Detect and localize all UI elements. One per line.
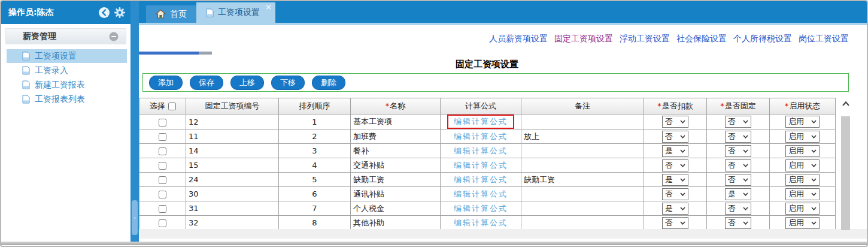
fixed-select[interactable]: 是 [725,188,751,200]
table-row: 112加班费编辑计算公式放上否否启用 [139,129,836,144]
deduct-select[interactable]: 是 [662,203,688,215]
move-down-button[interactable]: 下移 [271,76,305,90]
sidebar-item[interactable]: 工资录入 [7,64,127,77]
row-name: 个人税金 [351,201,441,216]
fixed-select[interactable]: 否 [725,159,751,171]
edit-formula-link[interactable]: 编辑计算公式 [454,218,508,227]
row-remark [521,115,644,129]
status-select[interactable]: 启用 [785,217,820,229]
row-item-id: 32 [186,216,279,230]
collapse-minus-icon[interactable] [109,32,119,41]
add-button[interactable]: 添加 [149,76,183,90]
home-icon [156,10,166,19]
select-all-checkbox[interactable] [168,103,176,110]
tab-home[interactable]: 首页 [146,5,196,23]
status-select[interactable]: 启用 [785,159,820,171]
scroll-up-icon[interactable] [840,101,851,107]
scrollbar-thumb[interactable] [841,116,850,230]
deduct-select[interactable]: 是 [662,145,688,157]
fixed-select[interactable]: 否 [725,145,751,157]
edit-formula-link[interactable]: 编辑计算公式 [454,189,508,198]
table-footer-area [139,229,867,239]
row-checkbox[interactable] [159,219,166,227]
status-select[interactable]: 启用 [785,188,820,200]
document-icon [22,95,30,104]
status-select[interactable]: 启用 [785,203,820,215]
column-header-label: 排列顺序 [299,101,330,110]
chevron-down-icon [680,178,685,182]
fixed-select[interactable]: 否 [725,203,751,215]
collapse-back-icon[interactable] [98,7,110,19]
tab-active[interactable]: 工资项设置× [196,2,275,23]
required-asterisk: * [785,101,789,110]
loading-bar-track [199,52,212,55]
status-select[interactable]: 启用 [785,116,820,128]
vertical-scrollbar[interactable] [840,101,851,230]
sidebar-item[interactable]: 工资项设置 [7,49,127,63]
status-select[interactable]: 启用 [785,145,820,157]
table-row: 245缺勤工资编辑计算公式缺勤工资是否启用 [139,173,836,187]
column-header: *启用状态 [770,98,836,115]
fixed-select[interactable]: 否 [725,174,751,186]
edit-formula-link[interactable]: 编辑计算公式 [454,204,508,213]
deduct-select[interactable]: 否 [662,188,688,200]
deduct-select[interactable]: 否 [662,217,688,229]
panel-splitter[interactable]: ‹ [130,1,139,243]
edit-formula-link[interactable]: 编辑计算公式 [454,175,508,184]
edit-formula-link[interactable]: 编辑计算公式 [454,117,508,126]
sidebar-item-label: 新建工资报表 [35,80,85,91]
deduct-select[interactable]: 是 [662,174,688,186]
nav-link[interactable]: 固定工资项设置 [554,34,613,44]
nav-link[interactable]: 个人所得税设置 [733,34,792,44]
status-select[interactable]: 启用 [785,131,820,143]
close-icon[interactable]: × [265,3,272,11]
nav-link[interactable]: 浮动工资设置 [620,34,670,44]
nav-link[interactable]: 岗位工资设置 [799,34,849,44]
fixed-select[interactable]: 否 [725,131,751,143]
collapse-handle[interactable]: ‹ [132,200,138,235]
sidebar-group-header[interactable]: 薪资管理 [5,28,126,44]
fixed-select[interactable]: 否 [725,217,751,229]
row-checkbox[interactable] [159,147,166,155]
column-header-label: 是否固定 [725,101,756,110]
app-header: 操作员:陈杰 [1,1,130,24]
row-checkbox[interactable] [159,162,166,170]
deduct-select[interactable]: 否 [662,116,688,128]
chevron-down-icon [680,120,685,123]
required-asterisk: * [720,101,724,110]
deduct-select[interactable]: 否 [662,159,688,171]
column-header-label: 启用状态 [789,101,820,110]
row-checkbox[interactable] [159,119,166,126]
edit-formula-link[interactable]: 编辑计算公式 [454,132,508,141]
status-select[interactable]: 启用 [785,174,820,186]
sidebar-item[interactable]: 工资报表列表 [7,92,127,106]
row-order: 5 [279,173,351,187]
row-checkbox[interactable] [159,133,166,141]
sidebar-item[interactable]: 新建工资报表 [7,78,127,92]
save-button[interactable]: 保存 [190,76,223,90]
chevron-down-icon [743,178,748,182]
row-remark [521,216,644,230]
required-asterisk: * [386,101,390,110]
row-checkbox[interactable] [159,205,166,213]
deduct-select[interactable]: 否 [662,131,688,143]
row-name: 加班费 [351,129,441,144]
edit-formula-link[interactable]: 编辑计算公式 [454,161,508,170]
row-checkbox[interactable] [159,176,166,184]
row-checkbox[interactable] [159,191,166,198]
chevron-down-icon [811,207,817,210]
nav-link[interactable]: 人员薪资项设置 [489,34,548,44]
chevron-down-icon [811,120,817,123]
table-header-row: 选择固定工资项编号排列顺序*名称计算公式备注*是否扣款*是否固定*启用状态 [139,98,836,115]
fixed-select[interactable]: 否 [725,116,751,128]
row-order: 8 [279,216,351,230]
nav-link[interactable]: 社会保险设置 [676,34,727,44]
loading-bar-fill [139,52,199,55]
row-item-id: 14 [186,144,279,158]
settings-gear-icon[interactable] [114,7,126,19]
delete-button[interactable]: 删除 [312,76,345,90]
window-bottom-edge [1,242,867,245]
move-up-button[interactable]: 上移 [230,76,264,90]
edit-formula-link[interactable]: 编辑计算公式 [454,146,508,155]
sidebar-item-label: 工资录入 [35,65,68,76]
